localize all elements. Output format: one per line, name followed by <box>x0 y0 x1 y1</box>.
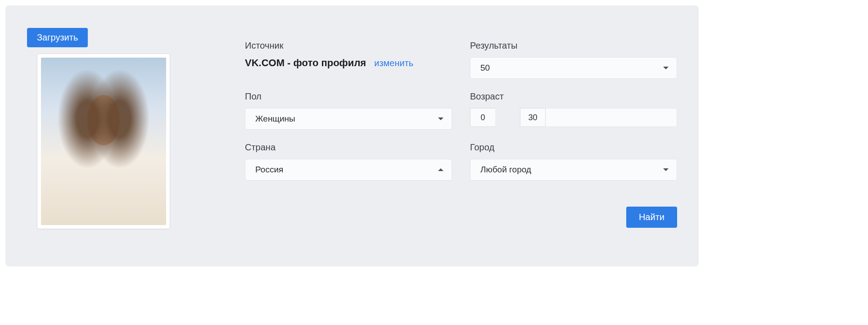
age-label: Возраст <box>470 91 677 102</box>
country-select[interactable]: Россия <box>245 159 452 181</box>
city-value: Любой город <box>480 165 531 175</box>
results-select[interactable]: 50 <box>470 57 677 79</box>
age-range-slider[interactable]: 0 30 <box>470 108 677 127</box>
photo-frame[interactable] <box>37 54 170 229</box>
results-group: Результаты 50 <box>470 41 677 79</box>
country-value: Россия <box>255 165 283 175</box>
age-group: Возраст 0 30 <box>470 91 677 130</box>
change-source-link[interactable]: изменить <box>374 58 413 68</box>
search-button-wrap: Найти <box>626 207 677 228</box>
results-value: 50 <box>480 63 490 73</box>
gender-value: Женщины <box>255 114 295 124</box>
gender-label: Пол <box>245 91 452 102</box>
city-group: Город Любой город <box>470 142 677 181</box>
chevron-down-icon <box>438 117 443 120</box>
upload-column: Загрузить <box>27 28 171 229</box>
age-min-input[interactable]: 0 <box>470 108 495 127</box>
country-group: Страна Россия <box>245 142 452 181</box>
city-select[interactable]: Любой город <box>470 159 677 181</box>
search-panel: Загрузить Источник VK.COM - фото профиля… <box>5 5 699 266</box>
city-label: Город <box>470 142 677 153</box>
source-line: VK.COM - фото профиля изменить <box>245 57 452 69</box>
uploaded-photo <box>41 58 166 225</box>
age-slider-fill <box>495 108 520 127</box>
country-label: Страна <box>245 142 452 153</box>
results-label: Результаты <box>470 41 677 51</box>
chevron-up-icon <box>438 168 443 171</box>
chevron-down-icon <box>663 67 669 69</box>
upload-button[interactable]: Загрузить <box>27 28 88 47</box>
chevron-down-icon <box>663 168 669 171</box>
source-value: VK.COM - фото профиля <box>245 57 366 69</box>
gender-group: Пол Женщины <box>245 91 452 130</box>
search-button[interactable]: Найти <box>626 207 677 228</box>
source-group: Источник VK.COM - фото профиля изменить <box>245 41 452 79</box>
age-max-input[interactable]: 30 <box>520 108 546 127</box>
gender-select[interactable]: Женщины <box>245 108 452 130</box>
filters-grid: Источник VK.COM - фото профиля изменить … <box>245 41 677 181</box>
source-label: Источник <box>245 41 452 51</box>
age-slider-track[interactable] <box>546 108 677 127</box>
